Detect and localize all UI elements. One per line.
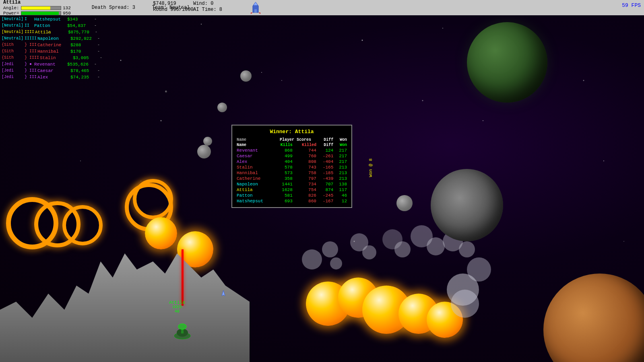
smoke-11 [459,241,475,257]
svg-point-12 [603,160,604,161]
player-list-item: [Neutral]IHatshepsut$343- [0,16,104,23]
angle-label: Angle: [3,6,19,10]
smoke-1 [302,249,322,269]
col-subheader-kills: Kills [273,142,294,148]
smoke-7 [394,241,411,257]
angle-bar [21,6,61,10]
svg-point-10 [161,120,162,121]
score-rows: Revenant 868 744 124 217 Caesar 499 760 … [235,148,348,204]
svg-marker-28 [254,2,258,5]
small-orb-1 [240,70,252,82]
player-list-item: {Sith} IIIIStalin$3,005- [0,55,104,61]
small-orb-5 [165,90,167,93]
svg-point-4 [362,40,363,41]
score-table-row: Patton 581 826 -245 46 [235,193,348,198]
score-table-row: Stalin 578 743 -165 213 [235,165,348,170]
svg-point-2 [201,24,202,25]
power-bar [21,11,61,15]
svg-point-13 [261,72,262,73]
svg-point-3 [281,80,282,81]
svg-point-14 [422,100,423,101]
score-table-row: Alex 404 808 -404 217 [235,159,348,165]
score-table-row: Attila 1628 754 874 117 [235,187,348,193]
svg-point-5 [442,28,443,29]
hud-wind: Wind: 0 [193,1,222,6]
score-table-row: Catherine 358 797 -439 213 [235,176,348,181]
svg-point-15 [140,181,141,181]
smoke-3 [330,257,342,269]
score-table-row: Hannibal 573 758 -185 213 [235,170,348,176]
score-dialog-title: Winner: Attila [235,129,348,135]
player-list-item: [Jedi} IIICaesar$78,465- [0,68,104,74]
svg-point-26 [178,324,186,329]
attila-value: 40 [169,309,185,314]
svg-point-7 [583,80,584,81]
col-subheader-killed: Killed [294,142,318,148]
smoke-2 [322,241,338,257]
player-name-label: Attila [3,0,21,5]
player-list: [Neutral]IHatshepsut$343-[Neutral]IIPatt… [0,16,104,80]
smoke-9 [427,237,445,255]
small-orb-2 [217,103,227,112]
hud-left-section: Attila Angle: 132 Power= 950 [3,0,71,16]
power-label: Power= [3,11,19,16]
player-label-attila: Attila 1925 40 [169,300,185,314]
hud-death-spread: Death Spread: 3 [92,5,135,10]
attila-health: 1925 [169,305,185,309]
fps-counter: 59 FPS [622,2,641,8]
hud-bar: Attila Angle: 132 Power= 950 Death Sprea… [0,0,644,15]
power-value: 950 [63,11,71,16]
col-subheader-name: Name [235,142,273,148]
score-table-row: Revenant 868 744 124 217 [235,148,348,153]
svg-rect-29 [254,9,257,12]
svg-marker-31 [258,12,260,14]
col-header-name: Name [235,137,273,142]
player-list-item: [Jedi} IIIAlex$74,235- [0,74,104,80]
terrain [0,221,250,362]
orange-ring-5 [133,179,173,219]
attila-name: Attila [169,300,185,305]
planet-green [467,22,547,103]
hud-round: Round 996/1000 [153,7,194,12]
smoke-5 [362,245,376,259]
player-list-item: {Sith} IIICatherine$288- [0,42,104,48]
power-bar-fill [21,12,59,15]
player-list-item: [Neutral]IIPatton$54,837- [0,23,104,29]
col-header-player-scores: Player Scores [273,137,318,142]
hud-aitime: AI Time: 8 [193,7,222,12]
col-subheader-won: Won [334,142,348,148]
svg-marker-21 [0,253,250,362]
player-list-item: [Jedi} ● Revenant$535,626- [0,61,104,68]
attila-tank [172,320,192,342]
angle-value: 132 [63,6,71,10]
col-subheader-diff: Diff [318,142,334,148]
col-header-won: Won [334,137,348,142]
cannon-beam [182,249,184,306]
score-dialog: Winner: Attila Name Player Scores Diff W… [231,125,352,208]
score-table: Name Player Scores Diff Won Name Kills K… [235,137,348,204]
svg-marker-22 [222,290,225,296]
smoke-col-2 [451,290,479,318]
svg-point-11 [80,160,81,161]
small-orb-4 [203,137,212,146]
score-table-row: Napoleon 1441 734 707 138 [235,181,348,187]
small-orb-3 [197,145,211,158]
player-list-item: [Neutral]IIIIAttila$875,770- [0,29,104,35]
player-list-item: {Sith} IIIHannibal$170- [0,48,104,55]
planet-gray [431,169,503,241]
small-spaceship [219,290,227,300]
col-header-diff: Diff [318,137,334,142]
score-table-row: Caesar 499 760 -261 217 [235,153,348,159]
won-label: Won @ 8 [368,158,373,177]
rocket-icon [250,1,262,17]
score-table-row: Hatshepsut 693 860 -167 12 [235,198,348,204]
player-list-item: [Neutral]IIIIINapoleon$292,922- [0,35,104,42]
small-orb-right-1 [396,195,413,211]
svg-point-1 [120,60,122,61]
svg-marker-30 [251,12,253,14]
angle-bar-fill [21,6,50,10]
svg-point-19 [623,241,624,242]
svg-point-8 [483,120,483,121]
hud-money: $748,919 [153,1,194,6]
